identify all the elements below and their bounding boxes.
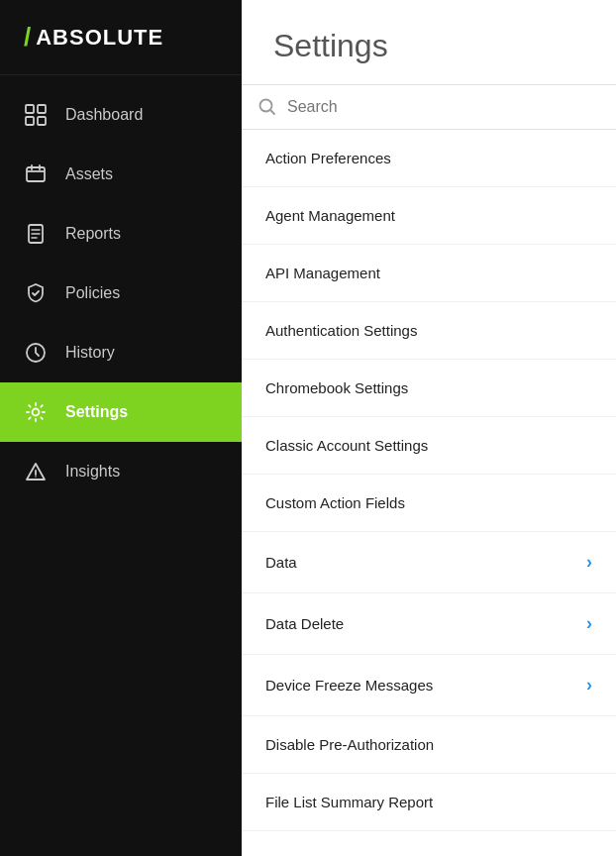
sidebar-item-label-assets: Assets — [65, 165, 113, 183]
svg-point-7 — [33, 409, 40, 416]
sidebar-item-settings[interactable]: Settings — [0, 382, 242, 442]
policies-icon — [24, 281, 48, 305]
chevron-right-icon: › — [586, 613, 592, 634]
settings-item-chromebook-settings[interactable]: Chromebook Settings — [242, 360, 616, 417]
settings-item-label-disable-pre-authorization: Disable Pre-Authorization — [265, 736, 434, 753]
settings-item-label-api-management: API Management — [265, 265, 380, 281]
logo-text: ABSOLUTE — [36, 25, 163, 51]
dashboard-icon — [24, 103, 48, 127]
settings-item-label-data-delete: Data Delete — [265, 615, 344, 632]
settings-item-file-list-summary-report[interactable]: File List Summary Report — [242, 774, 616, 831]
settings-item-device-freeze-messages[interactable]: Device Freeze Messages› — [242, 655, 616, 716]
settings-item-label-chromebook-settings: Chromebook Settings — [265, 379, 408, 396]
svg-rect-0 — [26, 105, 34, 113]
sidebar-item-history[interactable]: History — [0, 323, 242, 382]
logo: / ABSOLUTE — [24, 22, 218, 53]
settings-item-classic-account-settings[interactable]: Classic Account Settings — [242, 417, 616, 475]
sidebar-item-label-history: History — [65, 344, 115, 362]
logo-slash: / — [24, 22, 32, 53]
sidebar-item-insights[interactable]: Insights — [0, 442, 242, 501]
settings-item-api-management[interactable]: API Management — [242, 245, 616, 302]
sidebar-item-label-settings: Settings — [65, 403, 128, 421]
settings-item-authentication-settings[interactable]: Authentication Settings — [242, 302, 616, 360]
settings-item-label-classic-account-settings: Classic Account Settings — [265, 437, 428, 454]
settings-item-action-preferences[interactable]: Action Preferences — [242, 130, 616, 187]
page-title-area: Settings — [242, 0, 616, 85]
settings-icon — [24, 400, 48, 424]
chevron-right-icon: › — [586, 675, 592, 696]
sidebar-item-label-policies: Policies — [65, 284, 120, 302]
sidebar-item-dashboard[interactable]: Dashboard — [0, 85, 242, 145]
settings-item-label-authentication-settings: Authentication Settings — [265, 322, 417, 339]
settings-item-disable-pre-authorization[interactable]: Disable Pre-Authorization — [242, 716, 616, 774]
svg-rect-2 — [26, 117, 34, 125]
settings-item-data-delete[interactable]: Data Delete› — [242, 593, 616, 655]
chevron-right-icon: › — [586, 552, 592, 573]
assets-icon — [24, 162, 48, 186]
settings-item-label-action-preferences: Action Preferences — [265, 150, 391, 166]
settings-item-label-data: Data — [265, 554, 297, 571]
sidebar-item-assets[interactable]: Assets — [0, 145, 242, 204]
search-icon — [257, 97, 277, 117]
sidebar: / ABSOLUTE Dashboard — [0, 0, 242, 856]
settings-list: Action PreferencesAgent ManagementAPI Ma… — [242, 130, 616, 856]
settings-item-data[interactable]: Data› — [242, 532, 616, 593]
settings-item-custom-action-fields[interactable]: Custom Action Fields — [242, 475, 616, 532]
sidebar-item-policies[interactable]: Policies — [0, 264, 242, 323]
search-input[interactable] — [287, 98, 600, 116]
settings-item-label-custom-action-fields: Custom Action Fields — [265, 494, 405, 511]
navigation: Dashboard Assets Reports — [0, 75, 242, 856]
sidebar-item-label-reports: Reports — [65, 225, 121, 243]
main-content: Settings Action PreferencesAgent Managem… — [242, 0, 616, 856]
sidebar-item-label-dashboard: Dashboard — [65, 106, 143, 124]
svg-point-9 — [35, 476, 37, 478]
svg-rect-1 — [38, 105, 46, 113]
page-title: Settings — [273, 28, 584, 64]
reports-icon — [24, 222, 48, 246]
insights-icon — [24, 460, 48, 483]
settings-item-label-device-freeze-messages: Device Freeze Messages — [265, 677, 433, 694]
sidebar-item-label-insights: Insights — [65, 463, 120, 481]
history-icon — [24, 341, 48, 365]
settings-item-label-file-list-summary-report: File List Summary Report — [265, 794, 433, 810]
svg-rect-4 — [27, 167, 45, 181]
search-area — [242, 85, 616, 130]
logo-area: / ABSOLUTE — [0, 0, 242, 75]
sidebar-item-reports[interactable]: Reports — [0, 204, 242, 264]
settings-item-agent-management[interactable]: Agent Management — [242, 187, 616, 245]
svg-rect-3 — [38, 117, 46, 125]
settings-item-label-agent-management: Agent Management — [265, 207, 395, 224]
